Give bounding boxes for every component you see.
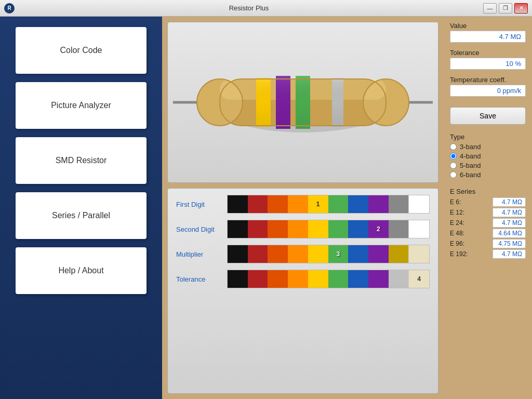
eseries-e48: E 48: 4.64 MΩ bbox=[450, 229, 526, 238]
color-white[interactable] bbox=[408, 220, 429, 238]
app-title: Resistor Plus bbox=[15, 4, 483, 12]
multiplier-colors[interactable]: 3 bbox=[227, 245, 430, 263]
color-brown[interactable] bbox=[248, 270, 268, 288]
tolerance-colors[interactable]: 4 bbox=[227, 270, 430, 288]
color-blue[interactable] bbox=[348, 220, 368, 238]
band-row-first-digit: First Digit 1 bbox=[176, 194, 430, 215]
radio-5band-input[interactable] bbox=[450, 162, 457, 169]
color-silver[interactable] bbox=[389, 270, 409, 288]
color-orange[interactable] bbox=[288, 195, 308, 213]
color-gold[interactable] bbox=[389, 245, 409, 263]
radio-5band-label: 5-band bbox=[460, 162, 481, 169]
eseries-e12-name: E 12: bbox=[450, 209, 464, 216]
radio-6band-input[interactable] bbox=[450, 171, 457, 178]
tempcoeff-field: 0 ppm/k bbox=[450, 85, 526, 97]
smd-resistor-btn[interactable]: SMD Resistor bbox=[16, 137, 147, 184]
eseries-e96-name: E 96: bbox=[450, 240, 464, 247]
color-gold[interactable]: 4 bbox=[408, 270, 429, 288]
color-red[interactable] bbox=[268, 220, 288, 238]
color-orange[interactable] bbox=[288, 270, 308, 288]
resistor-container bbox=[168, 22, 438, 182]
tolerance-field: 10 % bbox=[450, 58, 526, 70]
color-orange[interactable] bbox=[288, 220, 308, 238]
value-section: Value 4.7 MΩ bbox=[450, 22, 526, 45]
color-red[interactable] bbox=[268, 245, 288, 263]
second-digit-label: Second Digit bbox=[176, 225, 223, 233]
radio-4band-label: 4-band bbox=[460, 152, 481, 160]
color-yellow[interactable] bbox=[308, 245, 328, 263]
eseries-e6-name: E 6: bbox=[450, 198, 461, 206]
eseries-label: E Series bbox=[450, 188, 526, 195]
color-green[interactable] bbox=[328, 220, 349, 238]
color-black[interactable] bbox=[228, 270, 248, 288]
color-green[interactable]: 3 bbox=[328, 245, 349, 263]
color-violet[interactable] bbox=[368, 245, 389, 263]
color-red[interactable] bbox=[268, 270, 288, 288]
color-green[interactable] bbox=[328, 195, 349, 213]
restore-button[interactable]: ❐ bbox=[499, 3, 512, 14]
color-code-btn[interactable]: Color Code bbox=[16, 27, 147, 74]
color-violet[interactable] bbox=[368, 195, 389, 213]
selected-indicator: 3 bbox=[337, 250, 340, 258]
svg-rect-8 bbox=[256, 78, 271, 127]
type-label: Type bbox=[450, 133, 526, 141]
tolerance-section: Tolerance 10 % bbox=[450, 49, 526, 72]
eseries-e192: E 192: 4.7 MΩ bbox=[450, 249, 526, 259]
color-black[interactable] bbox=[228, 220, 248, 238]
series-parallel-btn[interactable]: Series / Parallel bbox=[16, 192, 147, 239]
color-black[interactable] bbox=[228, 245, 248, 263]
color-red[interactable] bbox=[268, 195, 288, 213]
color-yellow[interactable] bbox=[308, 220, 328, 238]
color-violet[interactable]: 2 bbox=[368, 220, 389, 238]
resistor-svg bbox=[173, 69, 433, 136]
radio-5band[interactable]: 5-band bbox=[450, 162, 526, 169]
first-digit-colors[interactable]: 1 bbox=[227, 195, 430, 214]
radio-6band-label: 6-band bbox=[460, 171, 481, 179]
eseries-e24-name: E 24: bbox=[450, 219, 464, 227]
band-row-multiplier: Multiplier 3 bbox=[176, 244, 430, 264]
eseries-e12-val: 4.7 MΩ bbox=[493, 208, 526, 217]
eseries-e24-val: 4.7 MΩ bbox=[493, 218, 526, 228]
color-grey[interactable] bbox=[389, 220, 409, 238]
color-silver[interactable] bbox=[408, 245, 429, 263]
color-green[interactable] bbox=[328, 270, 349, 288]
bands-table: First Digit 1 Secon bbox=[167, 188, 438, 394]
tolerance-band-label: Tolerance bbox=[176, 275, 223, 283]
main-content: Color Code Picture Analyzer SMD Resistor… bbox=[0, 17, 532, 399]
color-brown[interactable] bbox=[248, 220, 268, 238]
color-yellow[interactable] bbox=[308, 270, 328, 288]
color-grey[interactable] bbox=[389, 195, 409, 213]
svg-rect-12 bbox=[296, 76, 310, 129]
radio-3band[interactable]: 3-band bbox=[450, 143, 526, 151]
titlebar: R Resistor Plus — ❐ ✕ bbox=[0, 0, 532, 17]
save-button[interactable]: Save bbox=[450, 107, 526, 125]
color-yellow[interactable]: 1 bbox=[308, 195, 328, 213]
color-blue[interactable] bbox=[348, 195, 368, 213]
color-violet[interactable] bbox=[368, 270, 389, 288]
band-row-second-digit: Second Digit 2 bbox=[176, 219, 430, 240]
eseries-e48-name: E 48: bbox=[450, 230, 464, 237]
svg-rect-14 bbox=[332, 78, 343, 127]
color-white[interactable] bbox=[408, 195, 429, 213]
close-button[interactable]: ✕ bbox=[514, 3, 528, 14]
svg-rect-10 bbox=[276, 76, 290, 129]
radio-4band-input[interactable] bbox=[450, 153, 457, 159]
radio-6band[interactable]: 6-band bbox=[450, 171, 526, 179]
help-about-btn[interactable]: Help / About bbox=[16, 247, 147, 294]
band-row-tolerance: Tolerance 4 bbox=[176, 269, 430, 289]
color-brown[interactable] bbox=[248, 195, 268, 213]
color-black[interactable] bbox=[228, 195, 248, 213]
multiplier-label: Multiplier bbox=[176, 250, 223, 258]
minimize-button[interactable]: — bbox=[483, 3, 497, 14]
picture-analyzer-btn[interactable]: Picture Analyzer bbox=[16, 82, 147, 129]
color-orange[interactable] bbox=[288, 245, 308, 263]
color-blue[interactable] bbox=[348, 270, 368, 288]
tempcoeff-label: Temperature coeff. bbox=[450, 76, 526, 84]
radio-4band[interactable]: 4-band bbox=[450, 152, 526, 160]
eseries-e96-val: 4.75 MΩ bbox=[493, 239, 526, 248]
color-blue[interactable] bbox=[348, 245, 368, 263]
radio-3band-input[interactable] bbox=[450, 143, 457, 150]
tempcoeff-section: Temperature coeff. 0 ppm/k bbox=[450, 76, 526, 99]
second-digit-colors[interactable]: 2 bbox=[227, 220, 430, 238]
color-brown[interactable] bbox=[248, 245, 268, 263]
